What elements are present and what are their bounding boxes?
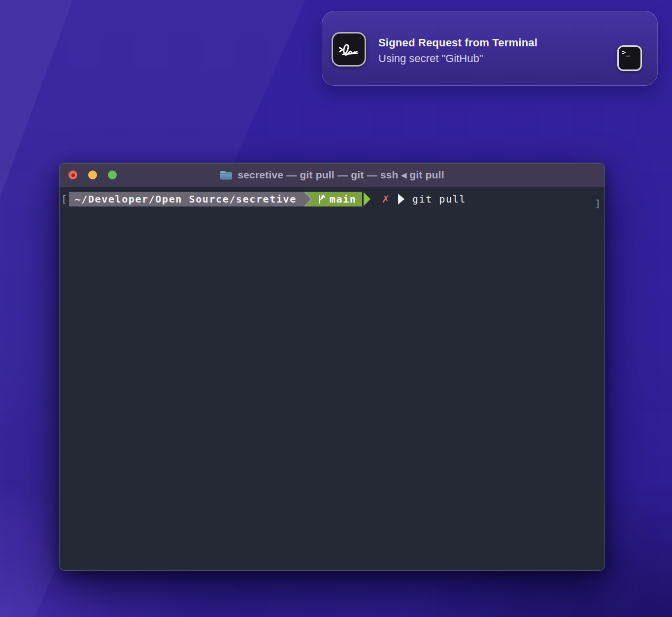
prompt-branch-segment: main (314, 192, 363, 206)
notification-title: Signed Request from Terminal (378, 35, 538, 51)
minimize-button[interactable] (88, 171, 97, 179)
powerline-arrow-icon (364, 192, 372, 206)
terminal-content[interactable]: [ ~/Developer/Open Source/secretive main (60, 187, 605, 570)
close-button[interactable] (68, 171, 77, 179)
prompt-path-segment: ~/Developer/Open Source/secretive (69, 192, 304, 206)
notification-subtitle: Using secret "GitHub" (378, 51, 538, 67)
signature-icon (337, 37, 361, 61)
notification-banner[interactable]: Signed Request from Terminal Using secre… (322, 11, 658, 86)
notification-text: Signed Request from Terminal Using secre… (378, 35, 538, 67)
window-title: secretive — git pull — git — ssh ◂ git p… (237, 169, 444, 181)
zoom-button[interactable] (108, 171, 117, 179)
git-branch-icon (317, 193, 326, 205)
prompt-left-bracket: [ (61, 193, 68, 205)
terminal-icon: >_ (617, 45, 642, 71)
titlebar[interactable]: secretive — git pull — git — ssh ◂ git p… (60, 163, 605, 187)
terminal-window: secretive — git pull — git — ssh ◂ git p… (59, 163, 605, 571)
title-wrap: secretive — git pull — git — ssh ◂ git p… (60, 169, 605, 181)
command-text: git pull (412, 193, 466, 205)
terminal-icon-glyph: >_ (622, 48, 630, 56)
secretive-app-icon (332, 32, 366, 67)
folder-icon (220, 170, 233, 180)
powerline-separator-icon (304, 192, 314, 206)
prompt-right-bracket: ] (595, 196, 602, 211)
traffic-lights (68, 163, 117, 187)
git-dirty-status: ✗ (381, 193, 390, 205)
prompt-arrow-icon (398, 194, 404, 205)
prompt-row: [ ~/Developer/Open Source/secretive main (60, 192, 605, 206)
branch-name: main (330, 193, 357, 205)
